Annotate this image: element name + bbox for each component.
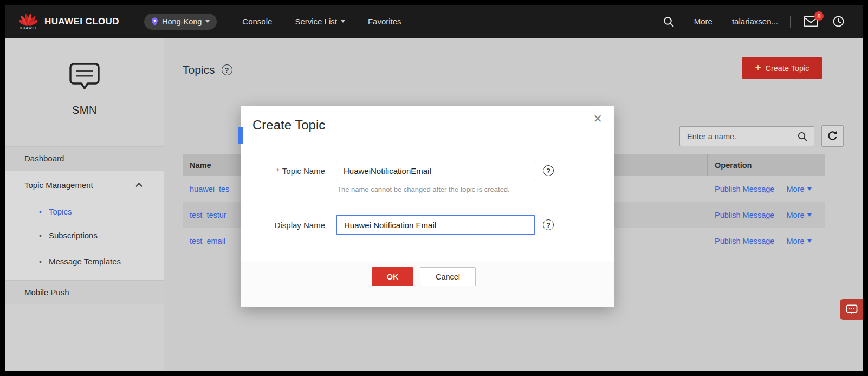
subscriptions-label: Subscriptions [49,231,98,240]
help-icon[interactable]: ? [543,219,554,230]
nav-favorites[interactable]: Favorites [368,17,401,26]
page-title-text: Topics [183,63,215,76]
column-header-operation: Operation [708,161,752,170]
create-topic-label: Create Topic [765,64,809,73]
sidebar-item-subscriptions[interactable]: • Subscriptions [39,231,98,240]
messages-icon[interactable]: 8 [804,16,818,27]
dialog-title: Create Topic [252,118,325,133]
dialog-footer: OK Cancel [241,261,614,307]
display-name-label-text: Display Name [275,221,325,230]
create-topic-dialog: Create Topic × * Topic Name ? The name c… [241,106,614,307]
plus-icon: + [755,62,761,74]
search-input[interactable] [680,132,797,141]
viewport: HUAWEI HUAWEI CLOUD Hong-Kong Console Se… [5,5,863,371]
topic-name-hint: The name cannot be changed after the top… [337,185,510,193]
bullet-icon: • [39,208,42,216]
more-label: More [786,237,804,245]
close-icon[interactable]: × [593,110,602,127]
topic-name-label-text: Topic Name [282,166,325,176]
service-name: SMN [5,104,164,116]
ok-button[interactable]: OK [372,267,413,286]
more-dropdown[interactable]: More [786,211,812,219]
search-icon[interactable] [663,16,675,28]
chevron-down-icon [807,213,812,217]
message-templates-label: Message Templates [49,257,121,266]
location-pin-icon [151,17,158,26]
topic-name-label: * Topic Name [251,161,325,180]
help-icon[interactable]: ? [543,165,554,176]
chevron-up-icon [135,183,142,190]
chevron-down-icon [807,187,812,191]
more-dropdown[interactable]: More [786,185,812,193]
huawei-logo-caption: HUAWEI [20,26,37,30]
history-clock-icon[interactable] [832,15,845,28]
page-title: Topics ? [183,63,232,76]
chevron-down-icon [205,20,210,23]
topic-management-label: Topic Management [24,180,93,190]
row-operations: Publish Message More [707,237,812,245]
refresh-icon [826,129,839,143]
username[interactable]: talariaxsen... [732,17,778,26]
sidebar-item-dashboard[interactable]: Dashboard [24,154,64,163]
required-asterisk: * [276,166,280,176]
publish-message-link[interactable]: Publish Message [715,185,774,193]
help-icon[interactable]: ? [222,64,232,75]
cancel-button[interactable]: Cancel [420,267,476,286]
top-nav-bar: HUAWEI HUAWEI CLOUD Hong-Kong Console Se… [5,5,863,38]
search-icon[interactable] [797,131,808,142]
more-label: More [786,211,804,219]
smn-service-icon [67,62,102,92]
region-label: Hong-Kong [162,17,202,26]
display-name-label: Display Name [251,215,325,235]
notification-badge: 8 [814,11,824,21]
row-operations: Publish Message More [707,185,812,193]
region-selector[interactable]: Hong-Kong [144,14,217,30]
feedback-button[interactable] [840,299,863,320]
huawei-flower-icon [19,13,37,27]
topbar-divider [790,16,791,28]
row-operations: Publish Message More [707,211,812,219]
topic-search [679,126,814,146]
publish-message-link[interactable]: Publish Message [715,237,774,245]
bullet-icon: • [39,257,42,266]
refresh-button[interactable] [821,125,844,147]
chevron-down-icon [341,20,345,23]
sidebar-item-mobile-push[interactable]: Mobile Push [24,288,69,297]
service-list-label: Service List [295,17,337,26]
bullet-icon: • [39,231,42,240]
nav-service-list[interactable]: Service List [295,17,345,26]
sidebar-item-topic-management[interactable]: Topic Management [24,180,154,190]
create-topic-button[interactable]: + Create Topic [742,57,822,79]
brand-title[interactable]: HUAWEI CLOUD [44,16,119,27]
sidebar-item-message-templates[interactable]: • Message Templates [39,257,121,266]
topics-label: Topics [49,207,72,216]
publish-message-link[interactable]: Publish Message [715,211,774,219]
chat-bubble-icon [846,304,858,315]
topic-name-input[interactable] [336,161,535,180]
more-dropdown[interactable]: More [786,237,812,245]
sidebar-item-topics[interactable]: • Topics [39,207,72,216]
more-label: More [786,185,804,193]
topbar-divider [229,16,229,28]
nav-more[interactable]: More [694,17,712,26]
active-tab-indicator [238,127,243,144]
chevron-down-icon [807,239,812,243]
nav-console[interactable]: Console [242,17,272,26]
sidebar: SMN Dashboard Topic Management • Topics … [5,38,164,371]
huawei-logo[interactable]: HUAWEI [19,13,37,30]
display-name-input[interactable] [336,215,535,235]
